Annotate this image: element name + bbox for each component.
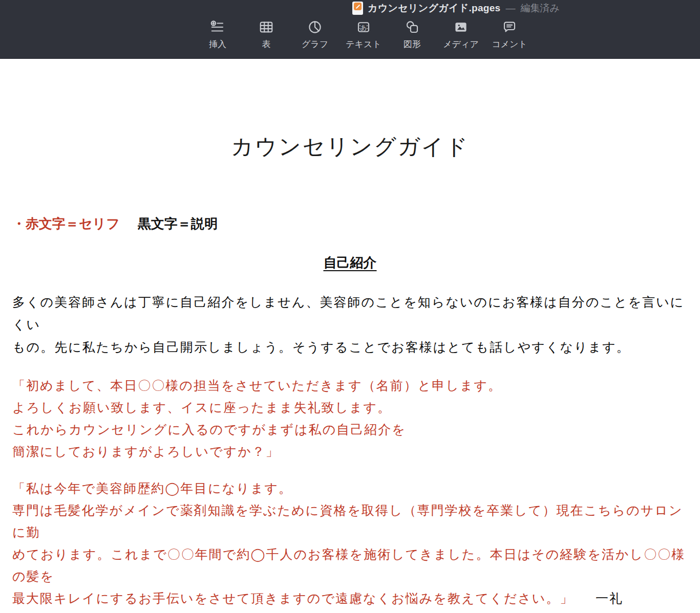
- toolbar-label: 図形: [404, 38, 421, 50]
- chart-icon: [307, 18, 323, 36]
- section-heading-self-introduction: 自己紹介: [12, 253, 688, 272]
- window-title: カウンセリングガイド.pages: [368, 2, 500, 15]
- dialogue-line: めております。これまで〇〇年間で約◯千人のお客様を施術してきました。本日はその経…: [12, 543, 688, 587]
- dialogue-line: よろしくお願い致します、イスに座ったまま失礼致します。: [12, 397, 688, 419]
- dialogue-block-greeting: 「初めまして、本日〇〇様の担当をさせていただきます（名前）と申します。 よろしく…: [12, 375, 688, 463]
- toolbar-label: 表: [262, 38, 271, 50]
- toolbar-buttons: 挿入 表 グラフ: [197, 18, 530, 50]
- window-titlebar: カウンセリングガイド.pages — 編集済み: [352, 1, 560, 15]
- section-heading-text: 自己紹介: [324, 255, 377, 270]
- bow-note: 一礼: [596, 592, 623, 605]
- legend-black-label: 黒文字＝説明: [138, 216, 218, 231]
- window-title-separator: —: [505, 3, 515, 14]
- shape-icon: [405, 18, 420, 36]
- insert-icon: [210, 18, 225, 36]
- pages-document-icon: [352, 2, 363, 15]
- legend-red-label: ・赤文字＝セリフ: [12, 216, 120, 231]
- dialogue-line: これからカウンセリングに入るのですがまずは私の自己紹介を: [12, 419, 688, 441]
- intro-line: もの。先に私たちから自己開示しましょう。そうすることでお客様はとても話しやすくな…: [12, 336, 688, 359]
- legend-line: ・赤文字＝セリフ 黒文字＝説明: [12, 214, 688, 233]
- document-page[interactable]: カウンセリングガイド ・赤文字＝セリフ 黒文字＝説明 自己紹介 多くの美容師さん…: [0, 59, 700, 613]
- toolbar-button-text[interactable]: あ テキスト: [343, 18, 384, 50]
- pages-pen-icon: [354, 3, 362, 10]
- toolbar-label: 挿入: [209, 38, 226, 50]
- svg-text:あ: あ: [360, 24, 367, 31]
- toolbar-button-insert[interactable]: 挿入: [197, 18, 238, 50]
- toolbar-button-comment[interactable]: コメント: [489, 18, 530, 50]
- document-title: カウンセリングガイド: [12, 132, 688, 162]
- comment-icon: [502, 18, 517, 36]
- edit-status: 編集済み: [520, 2, 559, 15]
- dialogue-block-career: 「私は今年で美容師歴約◯年目になります。 専門は毛髪化学がメインで薬剤知識を学ぶ…: [12, 477, 688, 609]
- toolbar-button-shape[interactable]: 図形: [392, 18, 433, 50]
- dialogue-line: 簡潔にしておりますがよろしいですか？」: [12, 441, 688, 463]
- toolbar-label: グラフ: [302, 38, 328, 50]
- toolbar-button-chart[interactable]: グラフ: [294, 18, 335, 50]
- media-icon: [453, 18, 469, 36]
- toolbar-label: コメント: [492, 38, 527, 50]
- text-icon: あ: [356, 18, 371, 36]
- dialogue-line: 「私は今年で美容師歴約◯年目になります。: [12, 477, 688, 499]
- toolbar-label: テキスト: [346, 38, 381, 50]
- toolbar-button-media[interactable]: メディア: [440, 18, 481, 50]
- table-icon: [259, 18, 274, 36]
- intro-line: 多くの美容師さんは丁寧に自己紹介をしません、美容師のことを知らないのにお客様は自…: [12, 291, 688, 336]
- dialogue-line: 専門は毛髪化学がメインで薬剤知識を学ぶために資格を取得し（専門学校を卒業して）現…: [12, 499, 688, 543]
- dialogue-line-text: 最大限キレイにするお手伝いをさせて頂きますので遠慮なくお悩みを教えてください。」: [12, 592, 574, 605]
- app-toolbar: カウンセリングガイド.pages — 編集済み 挿入: [0, 0, 700, 59]
- toolbar-button-table[interactable]: 表: [246, 18, 287, 50]
- intro-paragraph: 多くの美容師さんは丁寧に自己紹介をしません、美容師のことを知らないのにお客様は自…: [12, 291, 688, 359]
- dialogue-last-line: 最大限キレイにするお手伝いをさせて頂きますので遠慮なくお悩みを教えてください。」…: [12, 587, 688, 609]
- dialogue-line: 「初めまして、本日〇〇様の担当をさせていただきます（名前）と申します。: [12, 375, 688, 397]
- toolbar-label: メディア: [443, 38, 479, 50]
